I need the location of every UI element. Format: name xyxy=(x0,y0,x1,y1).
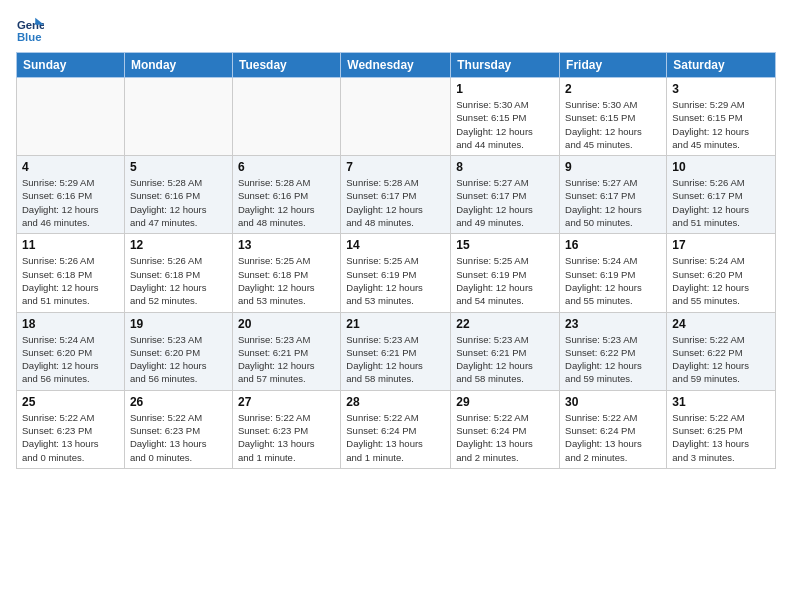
day-number: 19 xyxy=(130,317,227,331)
day-info: Sunrise: 5:24 AM Sunset: 6:19 PM Dayligh… xyxy=(565,254,661,307)
calendar-cell: 15Sunrise: 5:25 AM Sunset: 6:19 PM Dayli… xyxy=(451,234,560,312)
calendar-cell: 25Sunrise: 5:22 AM Sunset: 6:23 PM Dayli… xyxy=(17,390,125,468)
day-info: Sunrise: 5:28 AM Sunset: 6:16 PM Dayligh… xyxy=(130,176,227,229)
weekday-header: Wednesday xyxy=(341,53,451,78)
day-number: 30 xyxy=(565,395,661,409)
day-info: Sunrise: 5:23 AM Sunset: 6:21 PM Dayligh… xyxy=(238,333,335,386)
day-number: 18 xyxy=(22,317,119,331)
day-info: Sunrise: 5:22 AM Sunset: 6:23 PM Dayligh… xyxy=(130,411,227,464)
calendar-body: 1Sunrise: 5:30 AM Sunset: 6:15 PM Daylig… xyxy=(17,78,776,469)
day-number: 26 xyxy=(130,395,227,409)
day-number: 15 xyxy=(456,238,554,252)
calendar-cell: 17Sunrise: 5:24 AM Sunset: 6:20 PM Dayli… xyxy=(667,234,776,312)
day-info: Sunrise: 5:24 AM Sunset: 6:20 PM Dayligh… xyxy=(672,254,770,307)
day-number: 5 xyxy=(130,160,227,174)
day-number: 3 xyxy=(672,82,770,96)
day-info: Sunrise: 5:23 AM Sunset: 6:21 PM Dayligh… xyxy=(456,333,554,386)
day-number: 10 xyxy=(672,160,770,174)
calendar-cell: 11Sunrise: 5:26 AM Sunset: 6:18 PM Dayli… xyxy=(17,234,125,312)
calendar-cell xyxy=(341,78,451,156)
day-info: Sunrise: 5:22 AM Sunset: 6:22 PM Dayligh… xyxy=(672,333,770,386)
calendar-cell: 1Sunrise: 5:30 AM Sunset: 6:15 PM Daylig… xyxy=(451,78,560,156)
day-number: 25 xyxy=(22,395,119,409)
day-number: 20 xyxy=(238,317,335,331)
calendar-week-row: 11Sunrise: 5:26 AM Sunset: 6:18 PM Dayli… xyxy=(17,234,776,312)
weekday-header: Monday xyxy=(124,53,232,78)
weekday-header-row: SundayMondayTuesdayWednesdayThursdayFrid… xyxy=(17,53,776,78)
day-info: Sunrise: 5:28 AM Sunset: 6:16 PM Dayligh… xyxy=(238,176,335,229)
day-number: 29 xyxy=(456,395,554,409)
calendar-cell: 12Sunrise: 5:26 AM Sunset: 6:18 PM Dayli… xyxy=(124,234,232,312)
calendar-cell: 19Sunrise: 5:23 AM Sunset: 6:20 PM Dayli… xyxy=(124,312,232,390)
day-number: 2 xyxy=(565,82,661,96)
day-number: 27 xyxy=(238,395,335,409)
day-info: Sunrise: 5:29 AM Sunset: 6:15 PM Dayligh… xyxy=(672,98,770,151)
calendar-cell: 27Sunrise: 5:22 AM Sunset: 6:23 PM Dayli… xyxy=(232,390,340,468)
weekday-header: Friday xyxy=(560,53,667,78)
day-info: Sunrise: 5:23 AM Sunset: 6:22 PM Dayligh… xyxy=(565,333,661,386)
calendar-cell: 10Sunrise: 5:26 AM Sunset: 6:17 PM Dayli… xyxy=(667,156,776,234)
day-number: 9 xyxy=(565,160,661,174)
calendar-cell: 26Sunrise: 5:22 AM Sunset: 6:23 PM Dayli… xyxy=(124,390,232,468)
calendar-cell: 24Sunrise: 5:22 AM Sunset: 6:22 PM Dayli… xyxy=(667,312,776,390)
day-info: Sunrise: 5:22 AM Sunset: 6:24 PM Dayligh… xyxy=(456,411,554,464)
day-number: 16 xyxy=(565,238,661,252)
day-info: Sunrise: 5:26 AM Sunset: 6:18 PM Dayligh… xyxy=(130,254,227,307)
calendar-cell xyxy=(17,78,125,156)
day-number: 12 xyxy=(130,238,227,252)
calendar-cell: 21Sunrise: 5:23 AM Sunset: 6:21 PM Dayli… xyxy=(341,312,451,390)
day-number: 22 xyxy=(456,317,554,331)
calendar-cell: 3Sunrise: 5:29 AM Sunset: 6:15 PM Daylig… xyxy=(667,78,776,156)
logo: General Blue xyxy=(16,16,48,44)
day-number: 17 xyxy=(672,238,770,252)
day-number: 23 xyxy=(565,317,661,331)
day-number: 14 xyxy=(346,238,445,252)
calendar-table: SundayMondayTuesdayWednesdayThursdayFrid… xyxy=(16,52,776,469)
logo-icon: General Blue xyxy=(16,16,44,44)
calendar-cell: 22Sunrise: 5:23 AM Sunset: 6:21 PM Dayli… xyxy=(451,312,560,390)
day-number: 1 xyxy=(456,82,554,96)
calendar-cell: 18Sunrise: 5:24 AM Sunset: 6:20 PM Dayli… xyxy=(17,312,125,390)
svg-text:General: General xyxy=(17,19,44,31)
day-info: Sunrise: 5:26 AM Sunset: 6:18 PM Dayligh… xyxy=(22,254,119,307)
day-info: Sunrise: 5:28 AM Sunset: 6:17 PM Dayligh… xyxy=(346,176,445,229)
day-info: Sunrise: 5:22 AM Sunset: 6:24 PM Dayligh… xyxy=(565,411,661,464)
day-number: 24 xyxy=(672,317,770,331)
day-info: Sunrise: 5:30 AM Sunset: 6:15 PM Dayligh… xyxy=(565,98,661,151)
day-number: 6 xyxy=(238,160,335,174)
day-info: Sunrise: 5:30 AM Sunset: 6:15 PM Dayligh… xyxy=(456,98,554,151)
calendar-week-row: 25Sunrise: 5:22 AM Sunset: 6:23 PM Dayli… xyxy=(17,390,776,468)
page-header: General Blue xyxy=(16,16,776,44)
calendar-cell: 20Sunrise: 5:23 AM Sunset: 6:21 PM Dayli… xyxy=(232,312,340,390)
day-info: Sunrise: 5:27 AM Sunset: 6:17 PM Dayligh… xyxy=(565,176,661,229)
calendar-cell: 29Sunrise: 5:22 AM Sunset: 6:24 PM Dayli… xyxy=(451,390,560,468)
day-info: Sunrise: 5:22 AM Sunset: 6:23 PM Dayligh… xyxy=(238,411,335,464)
calendar-cell xyxy=(232,78,340,156)
day-info: Sunrise: 5:29 AM Sunset: 6:16 PM Dayligh… xyxy=(22,176,119,229)
day-info: Sunrise: 5:22 AM Sunset: 6:23 PM Dayligh… xyxy=(22,411,119,464)
day-info: Sunrise: 5:26 AM Sunset: 6:17 PM Dayligh… xyxy=(672,176,770,229)
day-info: Sunrise: 5:22 AM Sunset: 6:25 PM Dayligh… xyxy=(672,411,770,464)
day-number: 4 xyxy=(22,160,119,174)
weekday-header: Thursday xyxy=(451,53,560,78)
calendar-cell: 9Sunrise: 5:27 AM Sunset: 6:17 PM Daylig… xyxy=(560,156,667,234)
day-number: 11 xyxy=(22,238,119,252)
calendar-cell xyxy=(124,78,232,156)
weekday-header: Tuesday xyxy=(232,53,340,78)
day-info: Sunrise: 5:25 AM Sunset: 6:19 PM Dayligh… xyxy=(456,254,554,307)
calendar-week-row: 18Sunrise: 5:24 AM Sunset: 6:20 PM Dayli… xyxy=(17,312,776,390)
calendar-cell: 8Sunrise: 5:27 AM Sunset: 6:17 PM Daylig… xyxy=(451,156,560,234)
day-info: Sunrise: 5:22 AM Sunset: 6:24 PM Dayligh… xyxy=(346,411,445,464)
calendar-cell: 23Sunrise: 5:23 AM Sunset: 6:22 PM Dayli… xyxy=(560,312,667,390)
calendar-week-row: 1Sunrise: 5:30 AM Sunset: 6:15 PM Daylig… xyxy=(17,78,776,156)
day-number: 28 xyxy=(346,395,445,409)
day-number: 13 xyxy=(238,238,335,252)
calendar-cell: 2Sunrise: 5:30 AM Sunset: 6:15 PM Daylig… xyxy=(560,78,667,156)
calendar-cell: 4Sunrise: 5:29 AM Sunset: 6:16 PM Daylig… xyxy=(17,156,125,234)
day-info: Sunrise: 5:23 AM Sunset: 6:21 PM Dayligh… xyxy=(346,333,445,386)
weekday-header: Sunday xyxy=(17,53,125,78)
day-info: Sunrise: 5:25 AM Sunset: 6:19 PM Dayligh… xyxy=(346,254,445,307)
day-number: 7 xyxy=(346,160,445,174)
day-info: Sunrise: 5:25 AM Sunset: 6:18 PM Dayligh… xyxy=(238,254,335,307)
calendar-cell: 30Sunrise: 5:22 AM Sunset: 6:24 PM Dayli… xyxy=(560,390,667,468)
